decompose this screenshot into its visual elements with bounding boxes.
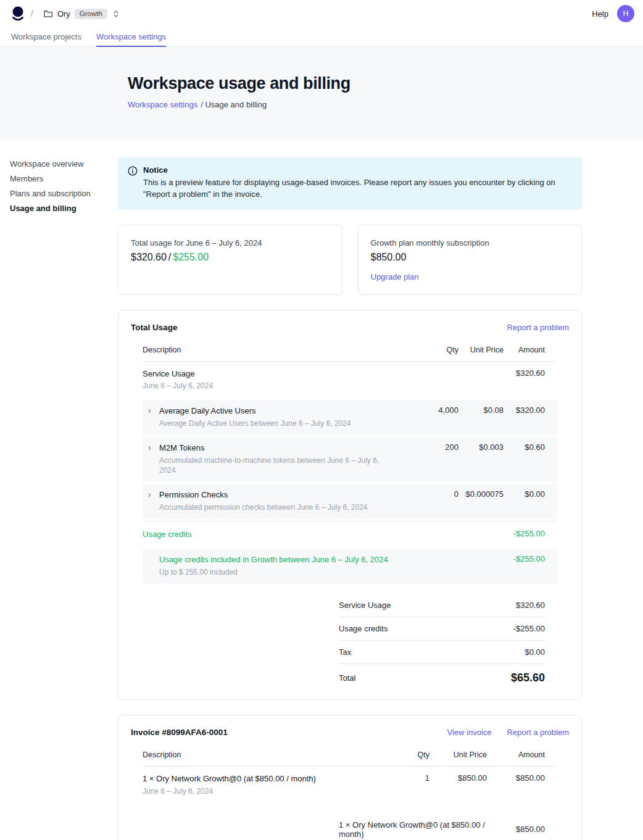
- row-qty: 4,000: [391, 405, 458, 415]
- topbar: / Ory Growth Help H: [0, 0, 643, 27]
- summary-label: Tax: [339, 647, 357, 657]
- chevron-right-icon[interactable]: ›: [148, 489, 154, 512]
- subscription-card: Growth plan monthly subscription $850.00…: [358, 225, 583, 295]
- row-description: Accumulated permission checks between Ju…: [159, 502, 368, 512]
- workspace-plan-badge: Growth: [75, 9, 107, 19]
- row-qty: 200: [391, 443, 458, 452]
- workspace-name: Ory: [57, 9, 70, 19]
- summary-value: $850.00: [516, 825, 545, 834]
- col-qty: Qty: [391, 346, 458, 354]
- row-description: Up to $ 255.00 included: [159, 567, 388, 577]
- total-row: Total $65.60: [339, 664, 545, 684]
- usage-summary-label: Total usage for June 6 – July 6, 2024: [131, 238, 330, 247]
- row-period: June 6 – July 6, 2024: [143, 381, 391, 391]
- row-amount: -$255.00: [504, 529, 557, 538]
- total-value: $65.60: [511, 672, 545, 684]
- row-name: Usage credits included in Growth between…: [159, 554, 388, 565]
- main-content: Notice This is a preview feature for dis…: [118, 141, 582, 840]
- row-name: Service Usage: [143, 368, 391, 380]
- invoice-totals: 1 × Ory Network Growth@0 (at $850.00 / m…: [339, 813, 545, 840]
- row-amount: $850.00: [487, 773, 557, 783]
- tab-workspace-projects[interactable]: Workspace projects: [11, 27, 81, 47]
- total-usage-card: Total Usage Report a problem Description…: [118, 310, 582, 700]
- chevron-up-down-icon: [112, 9, 120, 19]
- breadcrumb: Workspace settings/ Usage and billing: [128, 100, 643, 109]
- usage-amount: $320.60: [131, 252, 167, 262]
- summary-label: Service Usage: [339, 601, 397, 610]
- sidebar-item-workspace-overview[interactable]: Workspace overview: [10, 157, 118, 171]
- usage-credit-amount: $255.00: [173, 252, 209, 262]
- avatar[interactable]: H: [617, 5, 634, 22]
- col-description: Description: [143, 346, 391, 354]
- usage-detail-row-active-users[interactable]: › Average Daily Active Users Average Dai…: [143, 400, 557, 435]
- folder-icon: [43, 9, 53, 19]
- ory-logo-icon: [11, 6, 25, 22]
- notice-body: This is a preview feature for displaying…: [143, 177, 568, 201]
- usage-amount-separator: /: [168, 252, 171, 262]
- page-title: Workspace usage and billing: [128, 74, 643, 93]
- total-usage-title: Total Usage: [131, 323, 178, 332]
- summary-value: $320.60: [516, 601, 545, 610]
- subscription-label: Growth plan monthly subscription: [371, 238, 570, 247]
- chevron-right-icon[interactable]: ›: [148, 405, 154, 428]
- chevron-right-icon[interactable]: ›: [148, 443, 154, 475]
- usage-totals: Service Usage $320.60 Usage credits -$25…: [339, 594, 545, 684]
- report-problem-link-usage[interactable]: Report a problem: [507, 323, 569, 332]
- row-name: Usage credits: [143, 529, 391, 540]
- row-amount: -$255.00: [504, 554, 557, 563]
- total-label: Total: [339, 673, 355, 683]
- notice-banner: Notice This is a preview feature for dis…: [118, 157, 582, 210]
- view-invoice-link[interactable]: View invoice: [447, 728, 492, 737]
- col-qty: Qty: [362, 751, 429, 759]
- col-unit-price: Unit Price: [429, 751, 487, 759]
- page-header: Workspace usage and billing Workspace se…: [0, 47, 643, 141]
- notice-title: Notice: [143, 165, 568, 175]
- workspace-tabs: Workspace projects Workspace settings: [0, 27, 643, 47]
- usage-credits-row: Usage credits -$255.00: [143, 521, 557, 547]
- report-problem-link-invoice[interactable]: Report a problem: [507, 728, 569, 737]
- settings-sidebar: Workspace overview Members Plans and sub…: [0, 141, 118, 216]
- row-name: Average Daily Active Users: [159, 405, 351, 417]
- row-unit-price: $850.00: [429, 773, 487, 783]
- summary-value: -$255.00: [513, 624, 545, 633]
- row-description: Accumulated machine-to-machine tokens be…: [159, 455, 391, 475]
- col-description: Description: [143, 751, 362, 759]
- sidebar-item-usage-and-billing[interactable]: Usage and billing: [10, 201, 118, 215]
- row-amount: $0.00: [504, 489, 557, 499]
- upgrade-plan-link[interactable]: Upgrade plan: [371, 272, 419, 281]
- col-unit-price: Unit Price: [458, 346, 504, 354]
- col-amount: Amount: [487, 751, 557, 759]
- row-qty: 0: [391, 489, 458, 499]
- row-unit-price: $0.000075: [458, 489, 504, 499]
- sidebar-item-plans-and-subscription[interactable]: Plans and subscription: [10, 186, 118, 201]
- breadcrumb-separator: /: [31, 9, 33, 19]
- summary-row-line-item: 1 × Ory Network Growth@0 (at $850.00 / m…: [339, 813, 545, 840]
- summary-row-usage-credits: Usage credits -$255.00: [339, 617, 545, 641]
- row-unit-price: $0.003: [458, 443, 504, 452]
- row-name: Permission Checks: [159, 489, 368, 501]
- ory-logo[interactable]: [11, 6, 25, 22]
- subscription-amount: $850.00: [371, 252, 570, 263]
- row-amount: $0.60: [504, 443, 557, 452]
- summary-row-tax: Tax $0.00: [339, 641, 545, 664]
- service-usage-row: Service Usage June 6 – July 6, 2024 $320…: [143, 362, 557, 399]
- usage-table: Description Qty Unit Price Amount Servic…: [143, 341, 557, 684]
- usage-summary-card: Total usage for June 6 – July 6, 2024 $3…: [118, 225, 342, 295]
- row-name: M2M Tokens: [159, 443, 391, 454]
- info-icon: [128, 166, 138, 201]
- breadcrumb-link-workspace-settings[interactable]: Workspace settings: [128, 100, 197, 109]
- row-qty: 1: [362, 773, 429, 783]
- usage-detail-row-permission-checks[interactable]: › Permission Checks Accumulated permissi…: [143, 484, 557, 519]
- usage-summary-amount: $320.60/$255.00: [131, 252, 330, 263]
- help-link[interactable]: Help: [592, 9, 608, 19]
- tab-workspace-settings[interactable]: Workspace settings: [96, 27, 166, 47]
- sidebar-item-members[interactable]: Members: [10, 172, 118, 186]
- workspace-switcher[interactable]: Ory Growth: [39, 6, 124, 22]
- row-amount: $320.00: [504, 405, 557, 415]
- invoice-line-item: 1 × Ory Network Growth@0 (at $850.00 / m…: [143, 767, 557, 804]
- summary-label: 1 × Ory Network Growth@0 (at $850.00 / m…: [339, 820, 516, 839]
- invoice-table-header: Description Qty Unit Price Amount: [143, 746, 557, 767]
- row-unit-price: $0.08: [458, 405, 504, 415]
- usage-detail-row-m2m-tokens[interactable]: › M2M Tokens Accumulated machine-to-mach…: [143, 437, 557, 482]
- invoice-table: Description Qty Unit Price Amount 1 × Or…: [143, 746, 557, 840]
